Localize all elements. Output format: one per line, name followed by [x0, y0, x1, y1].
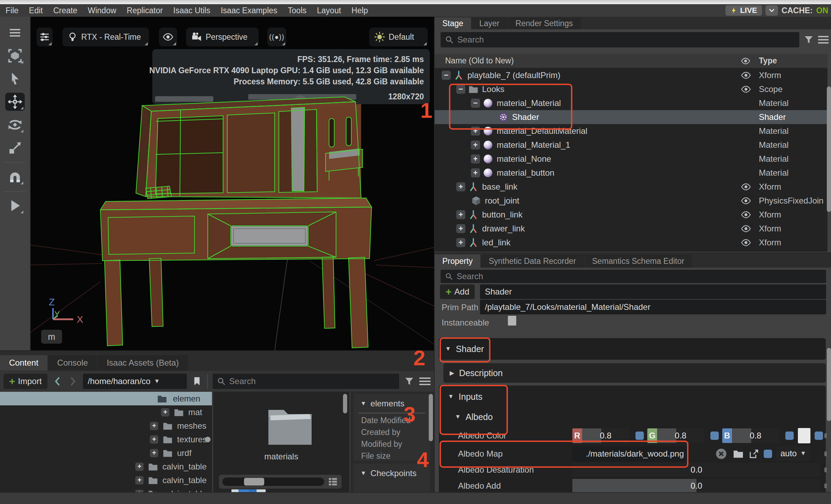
tab-semantics-schema-editor[interactable]: Semantics Schema Editor — [585, 254, 692, 268]
shader-section-header[interactable]: ▼ Shader — [439, 338, 826, 360]
clear-map-icon[interactable] — [715, 448, 727, 460]
slider-thumb[interactable] — [244, 478, 264, 486]
collapse-expander[interactable]: + — [456, 238, 465, 247]
menu-help[interactable]: Help — [351, 6, 368, 15]
renderer-button[interactable]: RTX - Real-Time — [62, 28, 149, 46]
folder-row-meshes[interactable]: + meshes — [0, 419, 212, 433]
expand-plus[interactable]: + — [150, 435, 158, 444]
menu-create[interactable]: Create — [53, 6, 77, 15]
folder-row-urdf[interactable]: + urdf — [0, 446, 212, 460]
collapse-expander[interactable]: + — [456, 224, 465, 233]
property-menu-dot[interactable] — [824, 433, 827, 438]
stage-row-root-joint[interactable]: root_joint PhysicsFixedJoin — [435, 194, 828, 208]
stage-row-led-link[interactable]: + led_link Xform — [435, 236, 828, 250]
back-button[interactable] — [52, 376, 63, 387]
tab-stage[interactable]: Stage — [435, 17, 471, 29]
viewport-settings-button[interactable] — [37, 28, 53, 46]
select-mode-tool[interactable] — [5, 47, 25, 65]
collapse-expander[interactable]: + — [471, 140, 480, 150]
tab-synthetic-data-recorder[interactable]: Synthetic Data Recorder — [481, 254, 584, 268]
scale-tool[interactable] — [5, 139, 25, 157]
lighting-button[interactable]: Default — [369, 28, 428, 46]
collapse-expander[interactable]: − — [442, 71, 451, 80]
elements-meta-header[interactable]: ▼ elements — [353, 394, 430, 408]
expand-plus[interactable]: + — [135, 476, 144, 484]
menu-isaac-examples[interactable]: Isaac Examples — [221, 6, 277, 15]
description-section-header[interactable]: ▶ Description — [443, 363, 826, 383]
menu-file[interactable]: File — [6, 6, 18, 15]
folder-row-calvin-2[interactable]: + calvin_table — [0, 473, 212, 487]
collapse-expander[interactable]: + — [456, 182, 465, 191]
red-link-button[interactable] — [635, 432, 644, 440]
add-property-button[interactable]: + Add — [440, 284, 475, 299]
column-type[interactable]: Type — [759, 56, 777, 66]
color-link-button[interactable] — [815, 432, 823, 440]
materials-folder-icon[interactable] — [262, 404, 318, 449]
column-name[interactable]: Name (Old to New) — [445, 56, 514, 66]
playtable-model[interactable] — [100, 97, 372, 348]
menu-isaac-utils[interactable]: Isaac Utils — [173, 6, 210, 15]
map-link-button[interactable] — [764, 450, 772, 458]
visibility-eye-icon[interactable] — [741, 182, 751, 192]
grid-view-icon[interactable] — [328, 477, 338, 487]
slider-track[interactable] — [222, 478, 324, 486]
toolbar-menu-handle[interactable] — [5, 24, 25, 42]
stage-row-base-link[interactable]: + base_link Xform — [435, 180, 828, 194]
blue-channel-field[interactable]: 0.8 — [732, 428, 779, 443]
metadata-scrollbar[interactable] — [429, 394, 433, 441]
stage-filter-button[interactable] — [803, 35, 814, 45]
unit-button[interactable]: m — [41, 330, 62, 344]
prim-path-field[interactable]: /playtable_7/Looks/material_Material/Sha… — [480, 300, 826, 314]
tab-layer[interactable]: Layer — [472, 17, 507, 29]
path-field[interactable]: /home/haoran/co ▼ — [83, 374, 187, 389]
menu-layout[interactable]: Layout — [317, 6, 341, 15]
visibility-eye-icon[interactable] — [741, 196, 751, 206]
live-dropdown-button[interactable] — [765, 5, 778, 16]
rotate-tool[interactable] — [5, 116, 25, 134]
stage-options-button[interactable] — [818, 36, 829, 44]
visibility-eye-icon[interactable] — [741, 84, 751, 94]
color-preview-swatch[interactable] — [798, 428, 810, 443]
menu-tools[interactable]: Tools — [288, 6, 307, 15]
browse-folder-icon[interactable] — [733, 448, 744, 459]
forward-button[interactable] — [68, 376, 78, 387]
visibility-eye-icon[interactable] — [741, 209, 751, 220]
tab-content[interactable]: Content — [0, 355, 47, 371]
stage-row-playtable[interactable]: − playtable_7 (defaultPrim) Xform — [435, 68, 828, 82]
stage-row-material-button[interactable]: + material_button Material — [435, 166, 828, 180]
collapse-expander[interactable]: + — [471, 168, 480, 177]
thumbnail-size-slider[interactable] — [219, 475, 342, 489]
prim-name-field[interactable]: Shader — [480, 284, 826, 299]
property-menu-dot[interactable] — [824, 451, 827, 456]
stage-row-material-none[interactable]: + material_None Material — [435, 152, 828, 166]
albedo-add-field[interactable]: 0.0 — [572, 479, 821, 493]
visibility-eye-icon[interactable] — [741, 223, 751, 234]
expand-plus[interactable]: + — [161, 408, 169, 417]
file-grid-scrollbar[interactable] — [343, 394, 347, 413]
camera-button[interactable]: Perspective — [186, 28, 259, 46]
column-visibility-icon[interactable] — [741, 56, 750, 66]
property-menu-dot[interactable] — [824, 467, 827, 472]
snap-tool[interactable] — [5, 168, 25, 186]
content-options-button[interactable] — [419, 377, 430, 385]
folder-row-elements[interactable]: elemen — [0, 392, 212, 405]
file-item-label[interactable]: materials — [213, 452, 349, 461]
content-filter-button[interactable] — [404, 376, 414, 387]
property-menu-dot[interactable] — [824, 483, 827, 488]
stage-row-material-1[interactable]: + material_Material_1 Material — [435, 138, 828, 152]
property-search-input[interactable]: Search — [441, 270, 826, 283]
expand-plus[interactable]: + — [135, 463, 144, 471]
folder-row-mat[interactable]: + mat — [0, 405, 212, 419]
collapse-expander[interactable]: + — [471, 154, 480, 163]
stage-row-button-link[interactable]: + button_link Xform — [435, 208, 828, 222]
select-tool[interactable] — [5, 70, 25, 88]
green-link-button[interactable] — [710, 432, 719, 440]
tab-render-settings[interactable]: Render Settings — [508, 17, 581, 29]
import-button[interactable]: + Import — [3, 374, 47, 389]
visibility-button[interactable] — [159, 28, 177, 46]
blue-link-button[interactable] — [785, 432, 794, 440]
visibility-eye-icon[interactable] — [741, 70, 751, 81]
visibility-eye-icon[interactable] — [741, 237, 751, 248]
tab-console[interactable]: Console — [48, 355, 97, 371]
folder-row-textures[interactable]: + textures — [0, 433, 212, 446]
